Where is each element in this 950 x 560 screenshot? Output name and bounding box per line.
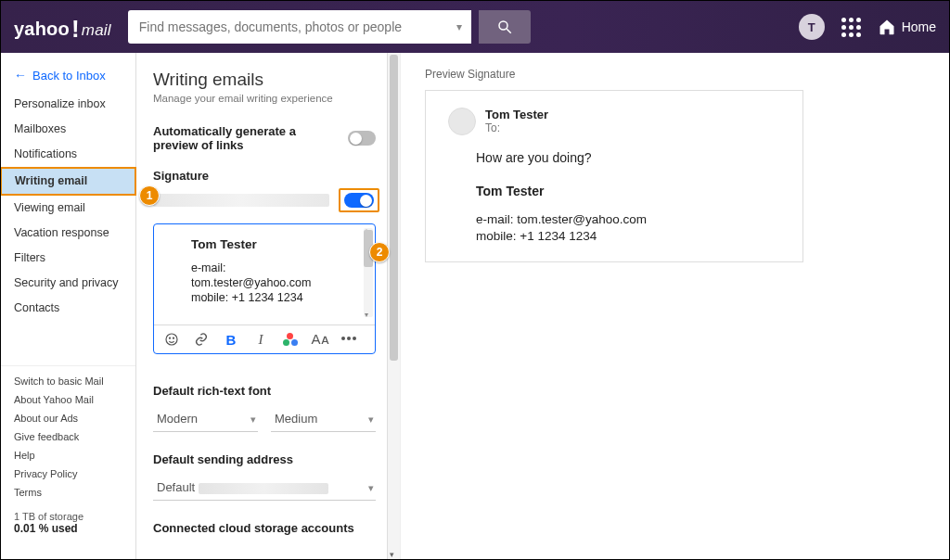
auto-preview-row: Automatically generate a preview of link… <box>153 124 389 152</box>
emoji-icon[interactable] <box>163 331 180 348</box>
user-avatar[interactable]: T <box>799 14 825 40</box>
search-container <box>128 10 471 44</box>
sidebar-item-filters[interactable]: Filters <box>1 246 135 271</box>
app-header: yahoo!mail T Home <box>1 1 949 53</box>
preview-sig-email: e-mail: tom.tester@yahoo.com <box>476 211 780 228</box>
home-icon <box>878 18 896 36</box>
annotation-step-2: 2 <box>369 242 390 262</box>
font-family-select[interactable]: Modern <box>153 407 258 432</box>
signature-toggle-highlight <box>339 188 379 212</box>
svg-point-3 <box>169 337 170 338</box>
apps-grid-icon[interactable] <box>841 18 861 37</box>
home-link[interactable]: Home <box>878 18 936 36</box>
preview-body-text: How are you doing? <box>476 150 780 165</box>
sidebar-item-security[interactable]: Security and privacy <box>1 271 135 296</box>
settings-sidebar: Back to Inbox Personalize inbox Mailboxe… <box>1 53 136 559</box>
signature-editor[interactable]: Tom Tester e-mail: tom.tester@yahoo.com … <box>153 223 376 354</box>
give-feedback-link[interactable]: Give feedback <box>1 427 135 446</box>
sidebar-item-personalize[interactable]: Personalize inbox <box>1 92 135 117</box>
main-area: Writing emails Manage your email writing… <box>136 53 949 559</box>
storage-used: 0.01 % used <box>14 522 78 535</box>
default-font-label: Default rich-text font <box>153 384 389 398</box>
font-size-select[interactable]: Medium <box>271 407 376 432</box>
logo-mail-text: mail <box>82 21 111 40</box>
home-label: Home <box>902 19 936 34</box>
search-input[interactable] <box>128 10 471 44</box>
sidebar-item-vacation[interactable]: Vacation response <box>1 221 135 246</box>
back-to-inbox-link[interactable]: Back to Inbox <box>1 62 135 92</box>
default-sender-value: Default <box>157 480 195 494</box>
bold-button[interactable]: B <box>223 331 239 348</box>
about-yahoo-mail-link[interactable]: About Yahoo Mail <box>1 390 135 409</box>
sig-name-line: Tom Tester <box>191 237 360 251</box>
search-button[interactable] <box>479 10 531 44</box>
settings-column: Writing emails Manage your email writing… <box>136 53 400 559</box>
auto-preview-toggle[interactable] <box>348 131 376 146</box>
preview-sig-mobile: mobile: +1 1234 1234 <box>476 228 780 245</box>
sidebar-item-contacts[interactable]: Contacts <box>1 296 135 321</box>
svg-line-1 <box>507 29 511 33</box>
signature-toolbar: B I Aᴀ <box>154 325 375 353</box>
default-sender-label: Default sending address <box>153 452 389 466</box>
preview-card: Tom Tester To: How are you doing? Tom Te… <box>425 90 803 262</box>
signature-label: Signature <box>153 169 209 183</box>
search-icon <box>496 19 513 35</box>
yahoo-mail-logo[interactable]: yahoo!mail <box>14 15 111 40</box>
sidebar-item-viewing-email[interactable]: Viewing email <box>1 196 135 221</box>
signature-toggle[interactable] <box>344 193 374 208</box>
preview-avatar-icon <box>448 108 476 135</box>
editor-scrollbar[interactable]: ▴▾ <box>364 228 373 317</box>
sig-mobile-line: mobile: +1 1234 1234 <box>191 290 360 305</box>
sidebar-footer: Switch to basic Mail About Yahoo Mail Ab… <box>1 365 135 550</box>
svg-point-2 <box>166 334 177 345</box>
body-container: 1 2 Back to Inbox Personalize inbox Mail… <box>1 53 949 559</box>
sidebar-item-notifications[interactable]: Notifications <box>1 142 135 167</box>
italic-button[interactable]: I <box>252 331 269 348</box>
annotation-step-1: 1 <box>139 185 160 206</box>
logo-text: yahoo <box>14 19 70 40</box>
preview-from-row: Tom Tester To: <box>448 108 780 135</box>
signature-account-redacted <box>153 194 329 207</box>
cloud-storage-label: Connected cloud storage accounts <box>153 521 389 535</box>
header-right: T Home <box>799 14 936 40</box>
storage-indicator: 1 TB of storage 0.01 % used <box>1 502 135 544</box>
signature-account-row <box>153 188 389 212</box>
default-sender-row: Default <box>153 476 389 501</box>
sig-email-key: e-mail: <box>191 261 360 275</box>
default-font-row: Modern Medium <box>153 407 389 432</box>
sig-email-val: tom.tester@yahoo.com <box>191 275 360 290</box>
preview-column: Preview Signature Tom Tester To: How are… <box>400 53 949 559</box>
storage-total: 1 TB of storage <box>14 511 122 522</box>
settings-scrollbar[interactable]: ▴▾ <box>387 53 400 559</box>
auto-preview-label: Automatically generate a preview of link… <box>153 124 339 152</box>
logo-bang-icon: ! <box>71 17 80 41</box>
preview-sig-name: Tom Tester <box>476 184 780 198</box>
svg-point-0 <box>499 21 507 30</box>
link-icon[interactable] <box>193 331 210 348</box>
switch-basic-link[interactable]: Switch to basic Mail <box>1 372 135 390</box>
text-color-button[interactable] <box>282 331 299 348</box>
page-subtitle: Manage your email writing experience <box>153 93 389 104</box>
about-ads-link[interactable]: About our Ads <box>1 409 135 427</box>
privacy-policy-link[interactable]: Privacy Policy <box>1 465 135 483</box>
sidebar-item-writing-email[interactable]: Writing email <box>0 167 136 196</box>
signature-textarea[interactable]: Tom Tester e-mail: tom.tester@yahoo.com … <box>154 224 375 325</box>
font-size-button[interactable]: Aᴀ <box>312 331 328 348</box>
more-formatting-button[interactable] <box>341 331 358 348</box>
help-link[interactable]: Help <box>1 446 135 465</box>
signature-header-row: Signature <box>153 169 389 183</box>
preview-from-name: Tom Tester <box>485 108 548 121</box>
sidebar-item-mailboxes[interactable]: Mailboxes <box>1 117 135 142</box>
preview-section-title: Preview Signature <box>425 68 925 81</box>
preview-to-line: To: <box>485 121 548 134</box>
page-title: Writing emails <box>153 70 389 90</box>
svg-point-4 <box>173 337 173 338</box>
default-sender-redacted <box>199 483 328 494</box>
terms-link[interactable]: Terms <box>1 483 135 502</box>
default-sender-select[interactable]: Default <box>153 476 376 501</box>
